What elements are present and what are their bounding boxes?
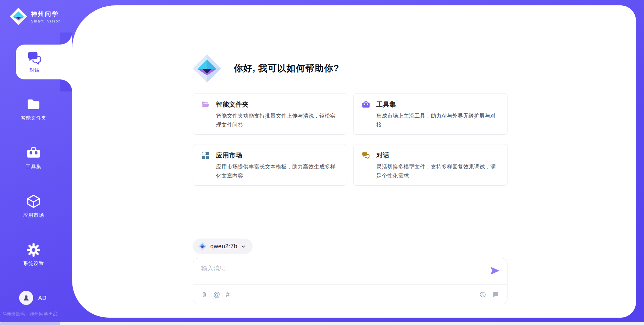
sidebar-item-settings[interactable]: 系统设置 <box>12 243 55 267</box>
user-account[interactable]: AD <box>19 291 47 305</box>
chat-bubbles-icon <box>362 151 370 160</box>
topic-button[interactable]: # <box>226 291 229 298</box>
gear-icon <box>26 243 41 257</box>
folder-icon <box>26 96 41 112</box>
hash-icon: # <box>226 291 229 298</box>
attach-file-button[interactable] <box>201 291 208 298</box>
brand-diamond-logo-icon <box>9 7 28 25</box>
cube-icon <box>26 194 41 209</box>
sidebar-item-label: 智能文件夹 <box>20 115 47 121</box>
assistant-diamond-logo-icon <box>192 54 222 83</box>
tab-flare-top <box>60 32 72 45</box>
history-icon <box>479 291 486 298</box>
card-title: 智能文件夹 <box>216 100 249 109</box>
content-area: 你好, 我可以如何帮助你? 智能文件夹 智能文件夹功能支持批量文件上传与清洗，轻… <box>193 0 507 325</box>
feature-cards: 智能文件夹 智能文件夹功能支持批量文件上传与清洗，轻松实现文件问答 工具集 集成… <box>193 93 507 186</box>
card-app-market[interactable]: 应用市场 应用市场提供丰富长文本模板，助力高效生成多样化文章内容 <box>193 144 347 186</box>
card-description: 集成市场上主流工具，助力AI与外界无缝扩展与对接 <box>376 111 499 129</box>
sidebar-item-chat[interactable]: 对话 <box>16 45 72 79</box>
avatar <box>19 291 33 305</box>
new-message-button[interactable] <box>492 291 499 298</box>
app-root: { "brand": { "title": "神州问学", "subtitle"… <box>0 0 644 325</box>
sidebar-item-label: 系统设置 <box>23 260 44 267</box>
brand: 神州问学 Smart Vision <box>9 7 61 25</box>
brand-title: 神州问学 <box>31 10 61 18</box>
card-smart-folder[interactable]: 智能文件夹 智能文件夹功能支持批量文件上传与清洗，轻松实现文件问答 <box>193 93 347 135</box>
toolbox-icon <box>362 100 370 109</box>
card-description: 灵活切换多模型文件，支持多样回复效果调试，满足个性化需求 <box>376 162 499 180</box>
card-header: 智能文件夹 <box>201 100 339 109</box>
model-diamond-logo-icon <box>198 242 207 251</box>
message-composer: @ # <box>193 258 507 304</box>
greeting-title: 你好, 我可以如何帮助你? <box>234 62 339 74</box>
sidebar-item-smart-folder[interactable]: 智能文件夹 <box>12 96 55 121</box>
card-title: 应用市场 <box>216 151 242 160</box>
sidebar: 神州问学 Smart Vision 对话 智能文件夹 工具集 <box>0 0 72 325</box>
paperclip-icon <box>201 291 208 298</box>
sidebar-item-label: 工具集 <box>26 164 42 170</box>
card-header: 工具集 <box>362 100 499 109</box>
mention-button[interactable]: @ <box>213 291 220 298</box>
send-icon[interactable] <box>490 266 500 276</box>
chat-icon <box>27 51 42 65</box>
sidebar-item-app-market[interactable]: 应用市场 <box>12 194 55 218</box>
horizontal-scrollbar[interactable] <box>0 322 644 325</box>
card-header: 应用市场 <box>201 151 339 160</box>
tab-flare-bottom <box>60 79 72 91</box>
card-header: 对话 <box>362 151 499 160</box>
card-title: 对话 <box>376 151 389 160</box>
sidebar-item-label: 对话 <box>30 67 40 73</box>
model-name: qwen2:7b <box>210 243 237 250</box>
open-folder-icon <box>201 100 210 109</box>
card-title: 工具集 <box>376 100 396 109</box>
chevron-down-icon <box>241 244 246 249</box>
toolbox-icon <box>26 145 41 160</box>
model-selector[interactable]: qwen2:7b <box>193 239 253 254</box>
copyright: ©神州数码 · 神州问学出品 <box>3 311 58 317</box>
sidebar-item-toolset[interactable]: 工具集 <box>12 145 55 170</box>
person-icon <box>22 294 30 302</box>
composer-toolbar: @ # <box>201 285 499 304</box>
sidebar-item-label: 应用市场 <box>23 212 44 218</box>
history-button[interactable] <box>479 291 486 298</box>
card-description: 应用市场提供丰富长文本模板，助力高效生成多样化文章内容 <box>216 162 339 180</box>
at-icon: @ <box>213 291 220 298</box>
brand-subtitle: Smart Vision <box>31 19 61 23</box>
message-icon <box>492 291 499 298</box>
app-grid-icon <box>201 151 210 160</box>
card-toolset[interactable]: 工具集 集成市场上主流工具，助力AI与外界无缝扩展与对接 <box>353 93 507 135</box>
scrollbar-thumb[interactable] <box>0 322 60 325</box>
brand-text: 神州问学 Smart Vision <box>31 10 61 23</box>
card-description: 智能文件夹功能支持批量文件上传与清洗，轻松实现文件问答 <box>216 111 339 129</box>
card-chat[interactable]: 对话 灵活切换多模型文件，支持多样回复效果调试，满足个性化需求 <box>353 144 507 186</box>
message-input[interactable] <box>201 265 480 272</box>
user-name: AD <box>38 295 47 301</box>
greeting: 你好, 我可以如何帮助你? <box>192 54 339 83</box>
